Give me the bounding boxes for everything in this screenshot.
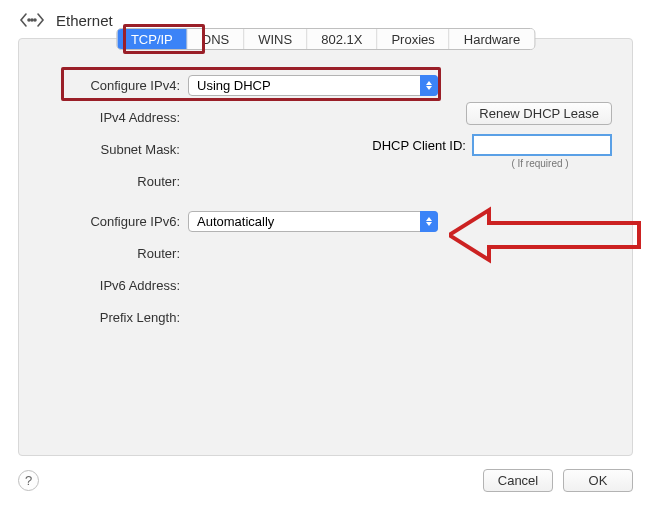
label-router-v4: Router: [43, 174, 188, 189]
label-ipv4-address: IPv4 Address: [43, 110, 188, 125]
label-configure-ipv4: Configure IPv4: [43, 78, 188, 93]
footer: ? Cancel OK [18, 469, 633, 492]
label-subnet-mask: Subnet Mask: [43, 142, 188, 157]
select-configure-ipv6-value: Automatically [197, 214, 274, 229]
svg-point-0 [28, 19, 30, 21]
updown-icon [420, 75, 438, 96]
ethernet-icon [18, 10, 46, 30]
settings-panel: TCP/IP DNS WINS 802.1X Proxies Hardware … [18, 38, 633, 456]
renew-dhcp-button[interactable]: Renew DHCP Lease [466, 102, 612, 125]
svg-point-2 [34, 19, 36, 21]
svg-point-1 [31, 19, 33, 21]
header-title: Ethernet [56, 12, 113, 29]
label-router-v6: Router: [43, 246, 188, 261]
select-configure-ipv6[interactable]: Automatically [188, 211, 438, 232]
label-dhcp-client-id: DHCP Client ID: [372, 138, 466, 153]
help-button[interactable]: ? [18, 470, 39, 491]
select-configure-ipv4[interactable]: Using DHCP [188, 75, 438, 96]
if-required-note: ( If required ) [468, 158, 612, 169]
dhcp-client-id-input[interactable] [472, 134, 612, 156]
right-column: Renew DHCP Lease DHCP Client ID: ( If re… [372, 102, 612, 169]
form-area: Configure IPv4: Using DHCP IPv4 Address:… [19, 39, 632, 348]
cancel-button[interactable]: Cancel [483, 469, 553, 492]
ok-button[interactable]: OK [563, 469, 633, 492]
select-configure-ipv4-value: Using DHCP [197, 78, 271, 93]
label-configure-ipv6: Configure IPv6: [43, 214, 188, 229]
label-ipv6-address: IPv6 Address: [43, 278, 188, 293]
updown-icon [420, 211, 438, 232]
label-prefix-length: Prefix Length: [43, 310, 188, 325]
